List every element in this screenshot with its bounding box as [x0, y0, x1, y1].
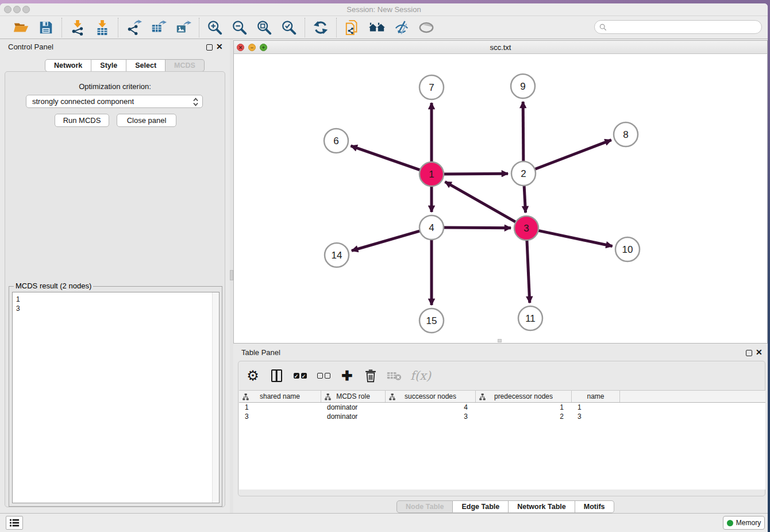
- close-table-panel-icon[interactable]: ✕: [756, 348, 763, 357]
- node-11[interactable]: 11: [518, 306, 542, 330]
- cell-predecessor-nodes[interactable]: 2: [476, 412, 572, 421]
- mcds-result-list[interactable]: 13: [12, 292, 220, 503]
- cell-shared-name[interactable]: 3: [239, 412, 321, 421]
- edge-2-9[interactable]: [523, 102, 523, 163]
- tab-select[interactable]: Select: [126, 59, 165, 72]
- run-mcds-button[interactable]: Run MCDS: [55, 114, 109, 127]
- edge-3-10[interactable]: [537, 230, 613, 246]
- cell-shared-name[interactable]: 1: [239, 403, 321, 412]
- tab-motifs[interactable]: Motifs: [575, 500, 614, 513]
- optimization-criterion-label: Optimization criterion:: [5, 82, 225, 91]
- edge-4-3[interactable]: [442, 228, 511, 228]
- network-canvas[interactable]: 7968124314101511: [234, 54, 767, 343]
- unselect-all-icon[interactable]: [316, 367, 331, 384]
- cell-name[interactable]: 3: [572, 412, 620, 421]
- table-toolbar: ⚙✓✓✚f(x): [245, 365, 431, 387]
- window-resize-handle[interactable]: [498, 339, 502, 342]
- edge-4-14[interactable]: [352, 230, 421, 250]
- toolbar-group: [199, 19, 305, 36]
- edge-2-3[interactable]: [524, 184, 526, 213]
- zoom-in-icon[interactable]: [206, 19, 224, 36]
- node-4[interactable]: 4: [419, 215, 444, 240]
- tab-mcds[interactable]: MCDS: [165, 59, 205, 72]
- node-8[interactable]: 8: [614, 122, 638, 147]
- result-scrollbar[interactable]: [212, 292, 219, 503]
- node-label: 4: [429, 222, 434, 233]
- tab-node-table[interactable]: Node Table: [396, 500, 453, 513]
- hide-panel-icon[interactable]: [393, 19, 410, 36]
- cell-predecessor-nodes[interactable]: 1: [476, 403, 572, 412]
- export-table-icon[interactable]: [150, 19, 167, 36]
- node-2[interactable]: 2: [511, 161, 536, 186]
- node-label: 15: [426, 315, 437, 326]
- float-table-panel-icon[interactable]: [746, 350, 752, 356]
- column-header-name[interactable]: name: [572, 391, 620, 402]
- node-10[interactable]: 10: [615, 237, 640, 261]
- mcds-result-group: MCDS result (2 nodes) 13: [9, 286, 222, 507]
- search-input[interactable]: [610, 22, 757, 32]
- node-label: 9: [520, 81, 525, 92]
- zoom-selected-icon[interactable]: [280, 19, 298, 36]
- close-panel-button[interactable]: Close panel: [117, 114, 176, 127]
- status-bar: Memory: [0, 513, 768, 532]
- edge-3-11[interactable]: [527, 239, 530, 303]
- export-image-icon[interactable]: [175, 19, 192, 36]
- show-panel-icon[interactable]: [418, 19, 435, 36]
- node-3[interactable]: 3: [514, 216, 538, 240]
- column-header-successor-nodes[interactable]: successor nodes: [386, 391, 476, 402]
- task-history-button[interactable]: [6, 516, 23, 530]
- float-panel-icon[interactable]: [206, 44, 213, 51]
- cell-successor-nodes[interactable]: 3: [386, 412, 476, 421]
- import-network-icon[interactable]: [69, 19, 86, 36]
- node-15[interactable]: 15: [419, 309, 444, 333]
- refresh-icon[interactable]: [312, 19, 329, 36]
- cell-successor-nodes[interactable]: 4: [386, 403, 476, 412]
- node-label: 2: [521, 168, 526, 179]
- add-row-icon[interactable]: ✚: [340, 367, 355, 384]
- open-file-icon[interactable]: [13, 19, 30, 36]
- gear-icon[interactable]: ⚙: [245, 367, 260, 384]
- home-view-icon[interactable]: [368, 19, 386, 36]
- select-all-icon[interactable]: ✓✓: [292, 367, 307, 384]
- cell-MCDS-role[interactable]: dominator: [321, 412, 386, 421]
- control-panel-header: Control Panel ✕: [0, 41, 230, 55]
- tab-edge-table[interactable]: Edge Table: [453, 500, 509, 513]
- zoom-fit-icon[interactable]: [256, 19, 273, 36]
- memory-button[interactable]: Memory: [723, 516, 765, 530]
- edge-1-2[interactable]: [442, 174, 508, 174]
- tab-network[interactable]: Network: [45, 59, 91, 72]
- tab-style[interactable]: Style: [91, 59, 126, 72]
- tab-network-table[interactable]: Network Table: [509, 500, 575, 513]
- delete-row-icon[interactable]: [363, 367, 378, 384]
- toolbar-group: [305, 19, 336, 36]
- export-network-icon[interactable]: [125, 19, 143, 36]
- cell-name[interactable]: 1: [572, 403, 620, 412]
- node-7[interactable]: 7: [419, 75, 444, 99]
- node-table: shared nameMCDS rolesuccessor nodesprede…: [239, 390, 765, 489]
- column-label: MCDS role: [336, 392, 370, 400]
- save-session-icon[interactable]: [37, 19, 55, 36]
- node-1[interactable]: 1: [419, 162, 444, 186]
- columns-icon[interactable]: [269, 367, 284, 384]
- zoom-out-icon[interactable]: [231, 19, 248, 36]
- import-table-icon[interactable]: [94, 19, 111, 36]
- edge-2-8[interactable]: [534, 140, 611, 170]
- edge-1-6[interactable]: [351, 146, 421, 171]
- node-6[interactable]: 6: [324, 129, 348, 153]
- criterion-select[interactable]: strongly connected component: [26, 95, 203, 108]
- column-label: predecessor nodes: [494, 392, 553, 400]
- table-row: 3dominator323: [239, 412, 765, 421]
- column-header-MCDS-role[interactable]: MCDS role: [321, 391, 386, 402]
- column-header-shared-name[interactable]: shared name: [239, 391, 321, 402]
- close-panel-icon[interactable]: ✕: [216, 42, 223, 51]
- search-field[interactable]: [594, 20, 762, 34]
- edge-3-1[interactable]: [445, 182, 517, 222]
- node-9[interactable]: 9: [511, 74, 535, 98]
- network-window: ✕ − + scc.txt 7968124314101511: [233, 40, 768, 344]
- cell-MCDS-role[interactable]: dominator: [321, 403, 386, 412]
- column-label: name: [587, 392, 604, 400]
- duplicate-network-icon[interactable]: [344, 19, 361, 36]
- node-14[interactable]: 14: [325, 243, 349, 267]
- column-header-predecessor-nodes[interactable]: predecessor nodes: [476, 391, 572, 402]
- network-window-titlebar[interactable]: ✕ − + scc.txt: [234, 41, 767, 54]
